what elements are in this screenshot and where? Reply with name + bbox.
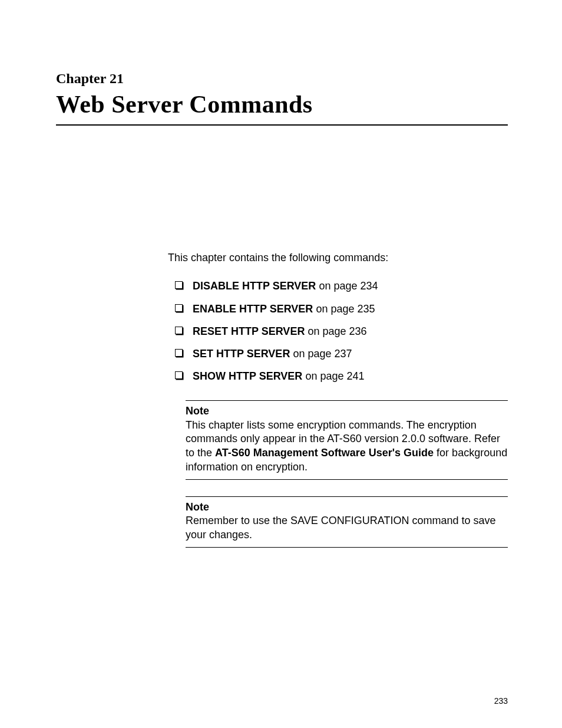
command-page-ref: on page 235	[313, 303, 375, 315]
bullet-box-icon	[175, 281, 183, 289]
chapter-title: Web Server Commands	[56, 90, 508, 118]
command-page-ref: on page 237	[290, 348, 352, 360]
list-item: SET HTTP SERVER on page 237	[168, 347, 508, 361]
command-page-ref: on page 234	[316, 280, 378, 292]
command-name: ENABLE HTTP SERVER	[193, 303, 313, 315]
page-number: 233	[494, 696, 508, 706]
command-name: DISABLE HTTP SERVER	[193, 280, 316, 292]
command-page-ref: on page 236	[305, 325, 366, 337]
document-page: Chapter 21 Web Server Commands This chap…	[0, 0, 562, 548]
note-text-pre: Remember to use the SAVE CONFIGURATION c…	[186, 515, 496, 541]
content-block: This chapter contains the following comm…	[168, 251, 508, 548]
list-item: RESET HTTP SERVER on page 236	[168, 324, 508, 338]
command-name: RESET HTTP SERVER	[193, 325, 305, 337]
chapter-label: Chapter 21	[56, 71, 508, 87]
bullet-box-icon	[175, 349, 183, 357]
intro-text: This chapter contains the following comm…	[168, 251, 508, 265]
title-rule	[56, 124, 508, 126]
bullet-box-icon	[175, 371, 183, 379]
bullet-box-icon	[175, 304, 183, 312]
list-item: DISABLE HTTP SERVER on page 234	[168, 279, 508, 293]
command-name: SHOW HTTP SERVER	[193, 370, 302, 382]
command-name: SET HTTP SERVER	[193, 348, 290, 360]
note-block: Note Remember to use the SAVE CONFIGURAT…	[186, 496, 508, 548]
command-list: DISABLE HTTP SERVER on page 234 ENABLE H…	[168, 279, 508, 383]
list-item: ENABLE HTTP SERVER on page 235	[168, 302, 508, 316]
command-page-ref: on page 241	[302, 370, 364, 382]
note-block: Note This chapter lists some encryption …	[186, 400, 508, 480]
bullet-box-icon	[175, 327, 183, 334]
note-label: Note	[186, 404, 508, 419]
list-item: SHOW HTTP SERVER on page 241	[168, 369, 508, 383]
note-text-bold: AT-S60 Management Software User's Guide	[215, 447, 434, 459]
note-label: Note	[186, 500, 508, 515]
